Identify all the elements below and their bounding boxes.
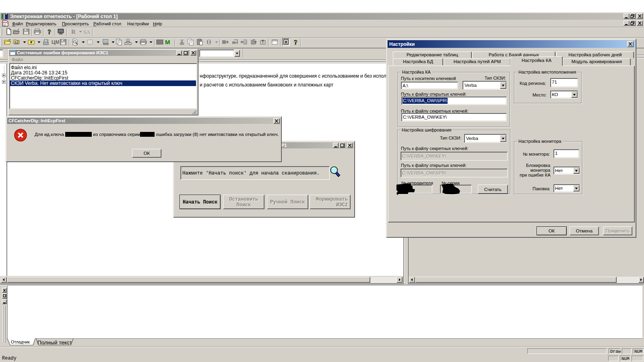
svg-text:?: ? bbox=[294, 39, 298, 45]
svg-text:?: ? bbox=[48, 28, 52, 35]
svg-text:R: R bbox=[71, 29, 76, 35]
svg-text:Отладчик: Отладчик bbox=[11, 339, 30, 344]
svg-text:Полный текст: Полный текст bbox=[37, 339, 72, 346]
svg-text:DOC: DOC bbox=[3, 21, 8, 24]
svg-text:SA: SA bbox=[83, 29, 91, 35]
svg-text:0: 0 bbox=[285, 40, 287, 45]
svg-text:M: M bbox=[165, 39, 170, 45]
svg-text:ЦМ: ЦМ bbox=[52, 39, 59, 45]
